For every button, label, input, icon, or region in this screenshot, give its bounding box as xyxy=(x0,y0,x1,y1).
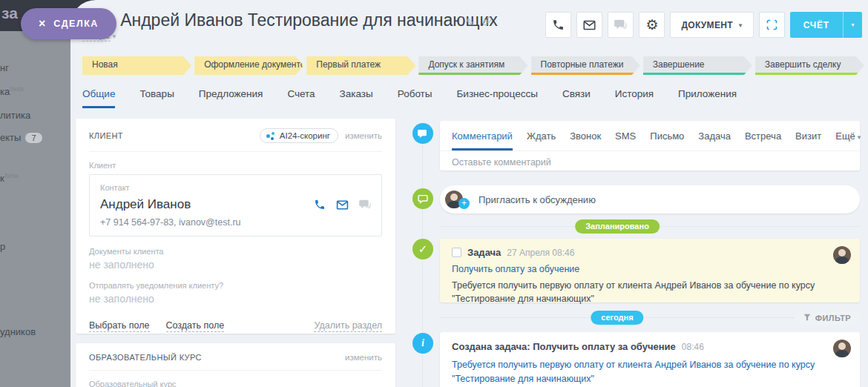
timeline-tab-kommentarij[interactable]: Комментарий xyxy=(452,130,513,150)
stage-novaya[interactable]: Новая xyxy=(82,56,191,75)
tab-obshchie[interactable]: Общие xyxy=(82,88,115,108)
chevron-down-icon: ▾ xyxy=(739,22,743,29)
sidebar-item-3[interactable]: литика xyxy=(0,110,30,121)
filter-icon xyxy=(803,314,811,322)
tab-istoriya[interactable]: История xyxy=(615,88,654,108)
beta-badge: beta xyxy=(5,172,19,179)
invite-to-discussion[interactable]: + Пригласить к обсуждению xyxy=(440,185,860,214)
delete-section-link[interactable]: Удалить раздел xyxy=(314,320,382,332)
client-field-label: Клиент xyxy=(89,161,382,170)
timeline-tab-sms[interactable]: SMS xyxy=(615,130,636,150)
invoice-button[interactable]: СЧЁТ xyxy=(790,12,843,38)
timeline-tab-vizit[interactable]: Визит xyxy=(795,130,821,150)
email-button[interactable] xyxy=(576,12,602,38)
phone-icon xyxy=(552,19,565,31)
tab-zakazy[interactable]: Заказы xyxy=(340,88,373,108)
course-edit-link[interactable]: изменить xyxy=(345,353,382,362)
check-icon: ✓ xyxy=(418,242,428,256)
client-edit-link[interactable]: изменить xyxy=(345,131,382,140)
chevron-down-icon: ▾ xyxy=(113,33,116,40)
timeline-tab-zhdat[interactable]: Ждать xyxy=(527,130,556,150)
task-checkbox[interactable] xyxy=(452,248,461,257)
sidebar-item-5[interactable]: кbeta xyxy=(0,172,18,184)
counter-badge: 7 xyxy=(25,133,42,143)
call-button[interactable] xyxy=(545,12,571,38)
stage-dopusk-k-zanyatiyam[interactable]: Допуск к занятиям xyxy=(418,56,527,75)
contact-card: Контакт Андрей Иванов +7 914 564-97-83, … xyxy=(89,174,382,236)
chat-button[interactable] xyxy=(608,12,634,38)
client-section-title: КЛИЕНТ xyxy=(89,131,123,140)
slider-label: СДЕЛКА xyxy=(53,19,99,29)
timeline-tab-vstrecha[interactable]: Встреча xyxy=(745,130,781,150)
sidebar-item-6[interactable]: р xyxy=(0,241,5,252)
left-sidebar: нг каbeta литика екты7 кbeta р удников xyxy=(0,31,70,387)
avatar xyxy=(833,340,851,357)
comment-entry-icon xyxy=(412,123,433,144)
tab-predlozheniya[interactable]: Предложения xyxy=(199,88,263,108)
settings-button[interactable]: ⚙ xyxy=(639,12,665,38)
info-icon: i xyxy=(421,337,424,349)
page-title: #65: Андрей Иванов Тестирование для начи… xyxy=(82,10,498,30)
sidebar-item-2[interactable]: каbeta xyxy=(0,85,24,97)
document-button[interactable]: ДОКУМЕНТ ▾ xyxy=(670,12,753,38)
create-field-link[interactable]: Создать поле xyxy=(166,320,225,332)
open-fullscreen-button[interactable] xyxy=(759,12,785,38)
stage-zavershit-sdelku[interactable]: Завершить сделку xyxy=(755,56,864,75)
mail-icon xyxy=(583,20,596,30)
task-created-event-card: Создана задача: Получить оплату за обуче… xyxy=(440,332,860,387)
select-field-link[interactable]: Выбрать поле xyxy=(89,320,150,332)
expand-icon xyxy=(766,19,777,30)
tab-biznes-processy[interactable]: Бизнес-процессы xyxy=(456,88,537,108)
timeline-tab-pismo[interactable]: Письмо xyxy=(650,130,684,150)
ai-scoring-button[interactable]: AI24-скоринг xyxy=(260,128,338,143)
timeline-composer: Комментарий Ждать Звонок SMS Письмо Зада… xyxy=(440,121,860,171)
task-entry-icon: ✓ xyxy=(412,239,433,259)
timeline-tab-zvonok[interactable]: Звонок xyxy=(570,130,601,150)
task-description: Требуется получить первую оплату от клие… xyxy=(452,279,823,305)
edit-title-icon[interactable]: ✎ xyxy=(466,16,475,28)
deal-tabs: Общие Товары Предложения Счета Заказы Ро… xyxy=(82,88,737,108)
chat-icon xyxy=(614,19,627,30)
contact-call-icon[interactable] xyxy=(314,199,326,214)
course-section-title: ОБРАЗОВАТЕЛЬНЫЙ КУРС xyxy=(89,353,202,362)
timeline-filter-button[interactable]: ФИЛЬТР xyxy=(795,311,860,325)
tab-prilozheniya[interactable]: Приложения xyxy=(678,88,737,108)
sidebar-item-7[interactable]: удников xyxy=(0,326,36,337)
client-notify-value: не заполнено xyxy=(89,293,382,305)
tab-scheta[interactable]: Счета xyxy=(287,88,315,108)
chevron-down-icon: ▾ xyxy=(851,22,854,28)
stage-oformlenie-dokumentov[interactable]: Оформление документов xyxy=(194,56,303,75)
event-title: Создана задача: Получить оплату за обуче… xyxy=(452,341,676,352)
header-actions: ⚙ ДОКУМЕНТ ▾ СЧЁТ ▾ xyxy=(545,12,862,38)
client-docs-label: Документы клиента xyxy=(89,247,382,256)
invoice-dropdown-button[interactable]: ▾ xyxy=(843,12,862,38)
event-description-link[interactable]: Требуется получить первую оплату от клие… xyxy=(452,358,838,386)
task-type: Задача xyxy=(467,247,501,258)
contact-label: Контакт xyxy=(100,183,371,192)
planned-badge: Запланировано xyxy=(575,219,660,234)
tab-svyazi[interactable]: Связи xyxy=(562,88,591,108)
stage-zavershenie[interactable]: Завершение xyxy=(643,56,752,75)
copy-link-icon[interactable] xyxy=(482,16,492,28)
task-timeline-card: Задача 27 Апреля 08:46 Получить оплату з… xyxy=(440,239,860,302)
sidebar-item-4[interactable]: екты7 xyxy=(0,132,42,143)
tab-tovary[interactable]: Товары xyxy=(139,88,174,108)
contact-chat-icon[interactable] xyxy=(359,199,371,213)
comment-input[interactable]: Оставьте комментарий xyxy=(440,151,860,173)
close-icon: × xyxy=(39,18,45,30)
timeline-tab-zadacha[interactable]: Задача xyxy=(698,130,731,150)
stage-pervyj-platezh[interactable]: Первый платеж xyxy=(306,56,415,75)
task-title-link[interactable]: Получить оплату за обучение xyxy=(452,264,848,274)
today-badge: сегодня xyxy=(591,311,643,325)
tab-roboty[interactable]: Роботы xyxy=(398,88,433,108)
course-section: ОБРАЗОВАТЕЛЬНЫЙ КУРС изменить Образовате… xyxy=(76,343,395,387)
task-datetime: 27 Апреля 08:46 xyxy=(507,248,574,258)
timeline-tab-more[interactable]: Ещё▾ xyxy=(835,130,861,150)
deal-stage-bar: Новая Оформление документов Первый плате… xyxy=(82,56,864,75)
stage-povtornye-platezhi[interactable]: Повторные платежи xyxy=(531,56,640,75)
course-field-label: Образовательный курс xyxy=(89,380,382,387)
discussion-entry-icon xyxy=(412,188,433,209)
close-deal-slider-button[interactable]: × СДЕЛКА xyxy=(21,8,116,39)
contact-mail-icon[interactable] xyxy=(336,199,349,213)
sidebar-item-1[interactable]: нг xyxy=(0,62,9,73)
